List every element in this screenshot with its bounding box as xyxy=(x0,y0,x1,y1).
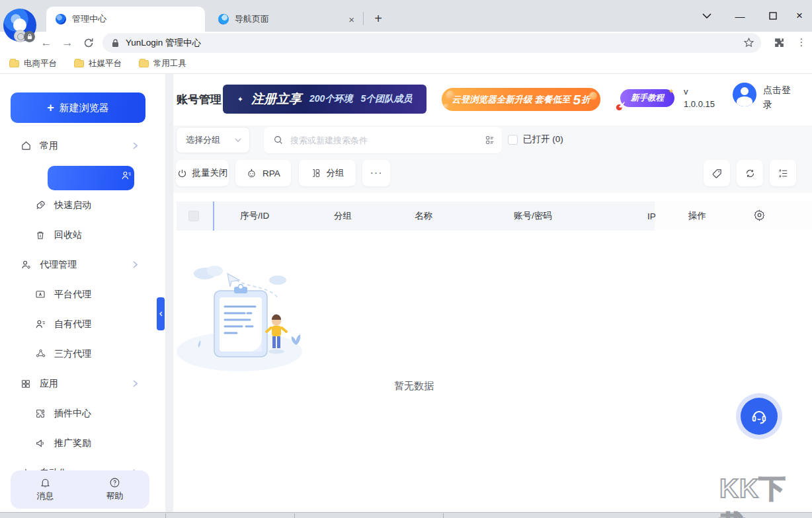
tab-nav-page[interactable]: 导航页面 × xyxy=(209,7,361,32)
more-icon: ··· xyxy=(370,167,383,179)
sidebar-item-common[interactable]: 常用 xyxy=(0,131,165,161)
yunlogin-window: 管理中心 导航页面 × + — × ← → YunLogin 管理中心 xyxy=(0,0,812,518)
promo-banner-register[interactable]: ✦ 注册立享 200个环境 5个团队成员 xyxy=(223,85,426,114)
login-label[interactable]: 点击登录 xyxy=(763,83,793,112)
user-group-icon xyxy=(34,348,46,360)
user-list-icon xyxy=(121,170,132,182)
back-icon[interactable]: ← xyxy=(37,34,56,52)
login-area[interactable]: 点击登录 xyxy=(733,83,793,112)
app-area: + 新建浏览器 常用 账号管理 快速启动 xyxy=(0,74,812,512)
chevron-right-icon xyxy=(133,142,138,149)
sidebar-item-platform-proxy[interactable]: 平台代理 xyxy=(0,279,165,309)
address-bar[interactable]: YunLogin 管理中心 xyxy=(102,33,761,53)
bookmark-folder-tools[interactable]: 常用工具 xyxy=(139,58,186,69)
home-icon xyxy=(20,140,32,152)
balloon-decoration xyxy=(443,104,449,110)
opened-filter[interactable]: 已打开 (0) xyxy=(508,133,563,145)
sidebar-item-label: 推广奖励 xyxy=(54,437,91,449)
group-select-dropdown[interactable]: 选择分组 xyxy=(176,127,250,153)
banner-text: 注册立享 xyxy=(251,91,302,108)
balloon-decoration xyxy=(446,91,455,100)
bookmark-folder-social[interactable]: 社媒平台 xyxy=(74,58,122,69)
button-label: RPA xyxy=(263,168,280,178)
group-select-value: 选择分组 xyxy=(186,134,220,146)
forward-icon[interactable]: → xyxy=(58,34,77,52)
page-header: 账号管理 ✦ 注册立享 200个环境 5个团队成员 云登浏览器全新升级 套餐低至… xyxy=(173,74,812,126)
platform-monitor-icon xyxy=(34,289,46,301)
button-label: 批量关闭 xyxy=(192,167,228,179)
sidebar-item-plugin-center[interactable]: 插件中心 xyxy=(0,398,165,428)
chevron-down-icon xyxy=(235,138,241,142)
user-gear-icon xyxy=(20,259,32,271)
new-tab-button[interactable]: + xyxy=(369,9,387,28)
avatar-icon[interactable] xyxy=(733,83,756,106)
rpa-button[interactable]: RPA xyxy=(235,160,291,186)
bookmark-folder-ecommerce[interactable]: 电商平台 xyxy=(9,58,57,69)
banner-text: 5 xyxy=(573,92,581,108)
checkbox[interactable] xyxy=(508,135,518,145)
folder-icon xyxy=(74,60,84,67)
batch-close-button[interactable]: 批量关闭 xyxy=(176,160,229,186)
sidebar-item-proxy-management[interactable]: 代理管理 xyxy=(0,250,165,279)
main-content: 账号管理 ✦ 注册立享 200个环境 5个团队成员 云登浏览器全新升级 套餐低至… xyxy=(173,74,812,512)
column-header-id[interactable]: 序号/ID xyxy=(240,202,269,231)
browser-menu-kebab-icon[interactable]: ⋮ xyxy=(793,34,809,51)
sidebar-item-recycle-bin[interactable]: 回收站 xyxy=(0,220,165,250)
plus-icon: + xyxy=(47,101,54,115)
new-browser-button[interactable]: + 新建浏览器 xyxy=(11,92,145,123)
select-all-checkbox[interactable] xyxy=(188,211,199,221)
button-label: 分组 xyxy=(327,167,345,179)
tutorial-label: 新手教程 xyxy=(631,92,664,104)
sparkle-icon: ✦ xyxy=(237,95,243,104)
search-input[interactable] xyxy=(290,135,485,145)
tab-close-icon[interactable]: × xyxy=(342,14,361,25)
sidebar-menu: 常用 账号管理 快速启动 回收站 代 xyxy=(0,131,165,488)
balloon-decoration xyxy=(589,92,597,100)
sticky-column-background xyxy=(655,202,812,231)
minimize-button[interactable]: — xyxy=(725,0,755,32)
headset-icon xyxy=(750,407,768,426)
sidebar-item-label: 常用 xyxy=(40,140,58,152)
extensions-puzzle-icon[interactable] xyxy=(770,34,788,51)
column-header-actions[interactable]: 操作 xyxy=(688,202,706,231)
user-list-icon xyxy=(34,318,46,330)
column-header-name[interactable]: 名称 xyxy=(415,202,432,231)
bookmarks-bar: 电商平台 社媒平台 常用工具 xyxy=(0,54,812,74)
chevron-right-icon xyxy=(133,261,138,268)
search-box[interactable] xyxy=(264,127,502,153)
sidebar-item-apps[interactable]: 应用 xyxy=(0,369,165,398)
sidebar-item-promotion-rewards[interactable]: 推广奖励 xyxy=(0,428,165,458)
sidebar-item-quick-launch[interactable]: 快速启动 xyxy=(0,190,165,220)
close-button[interactable]: × xyxy=(784,0,812,32)
group-list-icon xyxy=(311,168,321,178)
tag-button[interactable] xyxy=(704,160,730,186)
help-button[interactable]: 帮助 xyxy=(80,470,149,509)
customer-support-button[interactable] xyxy=(741,398,778,435)
messages-button[interactable]: 消息 xyxy=(11,470,80,509)
sidebar-collapse-handle[interactable] xyxy=(157,297,165,330)
refresh-button[interactable] xyxy=(737,160,763,186)
version-prefix: v xyxy=(684,85,715,98)
row-height-sort-button[interactable] xyxy=(770,160,796,186)
window-menu-chevron-icon[interactable] xyxy=(692,0,722,32)
sidebar-item-own-proxy[interactable]: 自有代理 xyxy=(0,309,165,339)
group-button[interactable]: 分组 xyxy=(299,160,356,186)
version-number: 1.0.0.15 xyxy=(684,98,715,110)
reload-icon[interactable] xyxy=(79,34,98,52)
column-header-account[interactable]: 账号/密码 xyxy=(514,202,552,231)
sidebar-item-third-party-proxy[interactable]: 三方代理 xyxy=(0,339,165,369)
column-settings-gear-icon[interactable] xyxy=(753,209,766,221)
more-actions-button[interactable]: ··· xyxy=(362,160,390,186)
folder-icon xyxy=(139,60,149,67)
table-header: 序号/ID 分组 名称 账号/密码 IP 操作 xyxy=(177,202,812,231)
column-header-group[interactable]: 分组 xyxy=(334,202,352,231)
sidebar-item-account-management[interactable]: 账号管理 xyxy=(0,161,165,190)
folder-icon xyxy=(9,60,19,67)
new-browser-label: 新建浏览器 xyxy=(60,102,109,114)
column-header-ip[interactable]: IP xyxy=(647,202,656,231)
bookmark-star-icon[interactable] xyxy=(743,37,754,48)
promo-banner-upgrade[interactable]: 云登浏览器全新升级 套餐低至 5 折 xyxy=(442,88,600,111)
tutorial-badge[interactable]: 新手教程 ✦ xyxy=(620,89,674,107)
search-condition-list-icon[interactable] xyxy=(485,135,495,145)
tab-admin-center[interactable]: 管理中心 xyxy=(46,7,205,32)
